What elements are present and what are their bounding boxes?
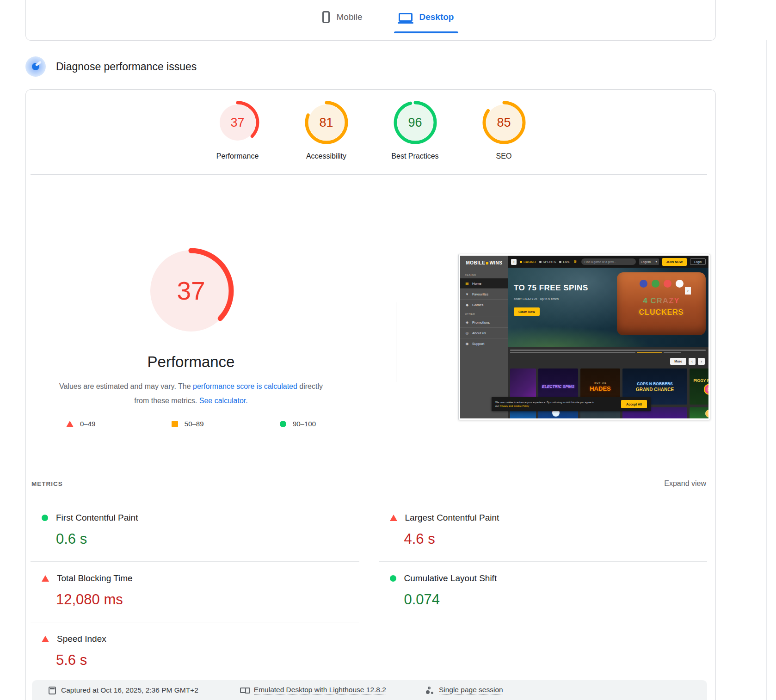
metric-status-icon [390,575,396,582]
mock-sidebar: MOBILEWINS CASINO ▦Home ♥Favourites ◆Gam… [460,256,508,418]
mock-game-title-line2: CLUCKERS [617,308,706,317]
pagespeed-report-page: Mobile Desktop Diagnose performance issu… [0,0,776,700]
pass-circle-icon [280,421,286,427]
emulated-environment-link[interactable]: Emulated Desktop with Lighthouse 12.8.2 [240,686,386,695]
performance-score-value: 37 [216,101,259,144]
metric-first-contentful-paint: First Contentful Paint 0.6 s [31,501,359,562]
mock-game-tile: PIGGY PAYOUTSS [690,368,708,405]
panel-boundary-line [766,40,767,700]
metric-largest-contentful-paint: Largest Contentful Paint 4.6 s [379,501,708,562]
category-gauge-accessibility[interactable]: 81 Accessibility [296,101,357,160]
fail-triangle-icon [66,421,74,427]
mock-hero-title: TO 75 FREE SPINS [514,283,588,293]
dice-icon [559,261,561,263]
category-label: Performance [216,152,259,160]
mock-site-logo: MOBILEWINS [460,256,508,271]
coin-icon [520,261,522,263]
screenshot-site-mock: MOBILEWINS CASINO ▦Home ♥Favourites ◆Gam… [460,256,708,418]
mock-hero-banner: TO 75 FREE SPINS code: CRAZY26 · up to 5… [508,268,708,347]
trophy-icon: ♛ [573,259,577,264]
logo-dot-icon [486,262,488,264]
mock-carousel-controls: More ‹ › [670,358,705,365]
desktop-laptop-icon [399,13,413,22]
metric-value: 12,080 ms [56,591,359,608]
accessibility-score-gauge: 81 [305,101,348,144]
lighthouse-report-card: 37 Performance 81 Accessibility 96 Best [25,89,716,700]
mock-language-dropdown: English▾ [639,258,659,265]
mock-game-artwork: 4 CRAZY CLUCKERS [617,270,706,340]
mock-sidebar-section-label: OTHER [460,310,508,317]
metric-speed-index: Speed Index 5.6 s [31,622,359,682]
expand-view-button[interactable]: Expand view [664,479,706,488]
mock-sidebar-item-support: ◉Support [460,338,508,349]
mock-sidebar-item-promotions: ◈Promotions [460,317,508,327]
category-gauge-seo[interactable]: 85 SEO [474,101,534,160]
tab-desktop[interactable]: Desktop [397,6,456,33]
metric-total-blocking-time: Total Blocking Time 12,080 ms [31,562,359,622]
best-practices-score-gauge: 96 [394,101,437,144]
accessibility-score-value: 81 [305,101,348,144]
mock-sidebar-item-home: ▦Home [460,278,508,289]
performance-main-gauge: 37 [147,247,235,335]
performance-section-title: Performance [75,353,307,371]
see-calculator-link[interactable]: See calculator. [199,397,248,405]
average-square-icon [172,421,178,427]
performance-main-score-value: 37 [147,247,235,335]
mock-nav-sports: SPORTS [539,260,556,264]
chicken-characters [617,280,706,288]
calendar-icon [49,687,56,694]
mock-sidebar-item-about: ◎About us [460,327,508,338]
metric-value: 0.074 [404,591,708,608]
report-footer: Captured at Oct 16, 2025, 2:36 PM GMT+2 … [32,680,707,700]
category-label: SEO [496,152,512,160]
active-tab-underline [394,31,459,33]
capture-timestamp: Captured at Oct 16, 2025, 2:36 PM GMT+2 [49,686,198,694]
legend-average-range: 50–89 [172,420,204,428]
tab-mobile[interactable]: Mobile [320,6,364,33]
mock-login-button: Login [690,258,706,265]
mock-top-nav: ‹ CASINO SPORTS LIVE ♛ Find a game or a … [508,256,708,268]
mock-game-title-line1: 4 CRAZY [617,296,706,306]
score-legend: 0–49 50–89 90–100 [66,420,316,428]
lighthouse-gauge-icon [25,56,46,77]
metrics-header-row: METRICS Expand view [31,479,706,488]
chevron-down-icon: ▾ [655,260,657,264]
category-gauges-row: 37 Performance 81 Accessibility 96 Best [26,101,715,160]
mock-nav-live: LIVE [559,260,570,264]
session-type-link[interactable]: Single page session [426,686,503,695]
mock-hero-cta-button: Claim Now [514,307,540,316]
seo-score-gauge: 85 [482,101,526,144]
column-divider [396,302,396,382]
carousel-next-icon: › [685,287,691,295]
diagnose-header: Diagnose performance issues [25,56,197,77]
info-icon: ◎ [465,331,469,335]
mock-terms-text [510,350,706,353]
metric-value: 4.6 s [404,531,708,547]
category-gauge-best-practices[interactable]: 96 Best Practices [385,101,445,160]
carousel-next-icon: › [698,358,705,365]
page-screenshot-thumbnail: MOBILEWINS CASINO ▦Home ♥Favourites ◆Gam… [458,254,710,420]
metric-value: 0.6 s [56,531,359,547]
device-emulation-icon [240,688,249,693]
carousel-prev-icon: ‹ [689,358,696,365]
metric-cumulative-layout-shift: Cumulative Layout Shift 0.074 [379,562,708,622]
performance-score-calculated-link[interactable]: performance score is calculated [193,382,297,390]
mock-accept-all-button: Accept All [621,400,647,408]
mock-search-input: Find a game or a prov... [581,258,636,265]
page-title: Diagnose performance issues [56,61,197,73]
home-icon: ▦ [465,282,469,286]
back-arrow-icon: ‹ [511,259,517,265]
category-gauge-performance[interactable]: 37 Performance [208,101,268,160]
metric-status-icon [390,515,397,521]
metric-status-icon [42,575,49,582]
metric-status-icon [42,636,49,642]
mock-cookie-text: We use cookies to enhance your experienc… [495,400,617,408]
mock-sidebar-item-favourites: ♥Favourites [460,289,508,299]
support-icon: ◉ [465,342,469,346]
performance-description: Values are estimated and may vary. The p… [52,379,330,408]
heart-icon: ♥ [465,292,469,296]
performance-score-gauge: 37 [216,101,259,144]
mock-more-button: More [670,358,686,365]
device-tabs: Mobile Desktop [0,6,776,33]
category-label: Accessibility [306,152,346,160]
